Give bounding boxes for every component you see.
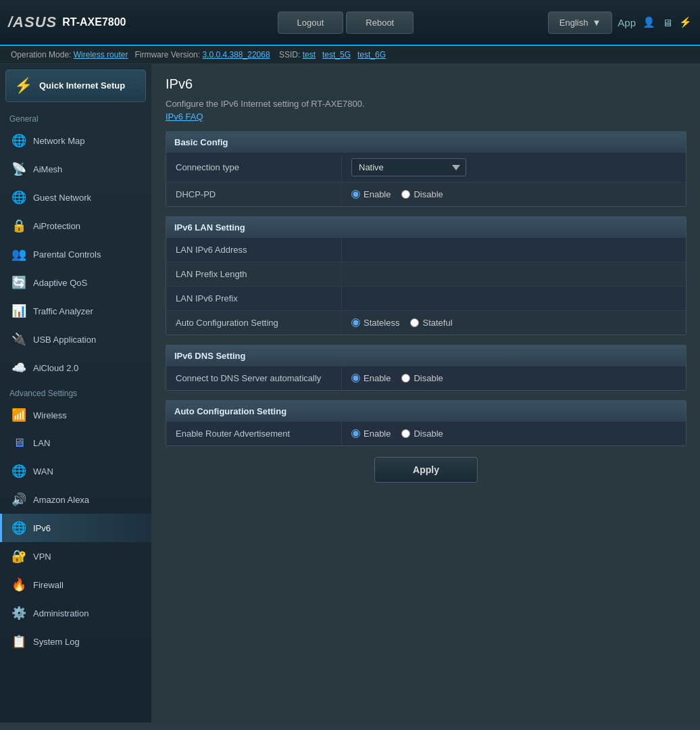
app-icon[interactable]: App: [618, 17, 636, 28]
sidebar-item-guest-network[interactable]: 🌐 Guest Network: [0, 183, 151, 212]
ipv6-icon: 🌐: [11, 520, 26, 535]
basic-config-header: Basic Config: [166, 132, 686, 153]
logo-asus: /ASUS: [8, 14, 57, 31]
stateless-radio[interactable]: [351, 318, 360, 327]
apply-row: Apply: [166, 457, 686, 483]
dns-enable-label[interactable]: Enable: [351, 373, 391, 383]
sidebar-item-system-log[interactable]: 📋 System Log: [0, 627, 151, 656]
network-map-icon: 🌐: [11, 133, 26, 148]
main-layout: ⚡ Quick Internet Setup General 🌐 Network…: [0, 64, 700, 723]
advanced-section-label: Advanced Settings: [0, 382, 151, 401]
sidebar-item-lan[interactable]: 🖥 LAN: [0, 429, 151, 457]
usb-application-icon: 🔌: [11, 332, 26, 347]
connection-type-select[interactable]: Native Passthrough Static IPv6 6in4 6to4…: [351, 158, 466, 176]
header: /ASUS RT-AXE7800 Logout Reboot English ▼…: [0, 0, 700, 46]
stateful-radio[interactable]: [410, 318, 419, 327]
sidebar-item-traffic-analyzer[interactable]: 📊 Traffic Analyzer: [0, 297, 151, 325]
stateless-text: Stateless: [364, 318, 399, 328]
operation-mode-value[interactable]: Wireless router: [74, 50, 128, 59]
sidebar-item-label: AiCloud 2.0: [33, 363, 78, 373]
guest-network-icon: 🌐: [11, 190, 26, 205]
router-advert-enable-radio[interactable]: [351, 429, 360, 438]
ssid-label: SSID:: [279, 50, 300, 59]
sidebar-item-adaptive-qos[interactable]: 🔄 Adaptive QoS: [0, 268, 151, 297]
usb-icon[interactable]: ⚡: [679, 16, 692, 28]
router-advert-disable-radio[interactable]: [401, 429, 410, 438]
sidebar-item-label: USB Application: [33, 335, 96, 345]
dns-disable-label[interactable]: Disable: [401, 373, 443, 383]
connection-type-row: Connection type Native Passthrough Stati…: [166, 153, 686, 182]
reboot-button[interactable]: Reboot: [346, 11, 414, 34]
sidebar-item-ipv6[interactable]: 🌐 IPv6: [0, 514, 151, 542]
router-advert-disable-text: Disable: [414, 429, 443, 439]
firewall-icon: 🔥: [11, 577, 26, 592]
auto-config-setting-label: Auto Configuration Setting: [166, 311, 342, 335]
sidebar-item-label: Traffic Analyzer: [33, 306, 93, 316]
stateful-label[interactable]: Stateful: [410, 318, 452, 328]
sidebar-item-aiprotection[interactable]: 🔒 AiProtection: [0, 212, 151, 240]
user-icon[interactable]: 👤: [643, 16, 655, 28]
logout-button[interactable]: Logout: [278, 11, 344, 34]
page-description: Configure the IPv6 Internet setting of R…: [166, 99, 686, 109]
lan-ipv6-prefix-value: [342, 293, 686, 304]
sidebar-item-label: Firewall: [33, 580, 64, 590]
sidebar-item-aicloud[interactable]: ☁️ AiCloud 2.0: [0, 354, 151, 382]
router-advert-disable-label[interactable]: Disable: [401, 429, 443, 439]
sidebar-item-firewall[interactable]: 🔥 Firewall: [0, 570, 151, 599]
dhcp-pd-disable-label[interactable]: Disable: [401, 189, 443, 199]
dhcp-pd-label: DHCP-PD: [166, 182, 342, 206]
sidebar-item-label: WAN: [33, 466, 53, 477]
firmware-value[interactable]: 3.0.0.4.388_22068: [202, 50, 270, 59]
ipv6-lan-section: IPv6 LAN Setting LAN IPv6 Address LAN Pr…: [166, 216, 686, 335]
dhcp-pd-enable-radio[interactable]: [351, 190, 360, 199]
dns-radio-group: Enable Disable: [351, 373, 443, 383]
lan-ipv6-prefix-row: LAN IPv6 Prefix: [166, 287, 686, 311]
auto-config-header: Auto Configuration Setting: [166, 401, 686, 422]
ssid3[interactable]: test_6G: [357, 50, 386, 59]
sidebar-item-network-map[interactable]: 🌐 Network Map: [0, 126, 151, 155]
ipv6-lan-header: IPv6 LAN Setting: [166, 217, 686, 238]
page-title: IPv6: [166, 76, 686, 92]
wan-icon: 🌐: [11, 464, 26, 479]
sidebar-item-label: Adaptive QoS: [33, 278, 87, 288]
lan-prefix-length-row: LAN Prefix Length: [166, 262, 686, 287]
language-button[interactable]: English ▼: [548, 11, 613, 34]
ssid2[interactable]: test_5G: [322, 50, 351, 59]
sidebar-item-wan[interactable]: 🌐 WAN: [0, 457, 151, 485]
sidebar-item-vpn[interactable]: 🔐 VPN: [0, 542, 151, 570]
sidebar-item-wireless[interactable]: 📶 Wireless: [0, 401, 151, 429]
amazon-alexa-icon: 🔊: [11, 492, 26, 507]
sidebar-item-administration[interactable]: ⚙️ Administration: [0, 599, 151, 627]
wireless-icon: 📶: [11, 408, 26, 422]
sidebar-item-label: Guest Network: [33, 193, 91, 203]
sidebar-item-usb-application[interactable]: 🔌 USB Application: [0, 325, 151, 354]
lan-prefix-length-label: LAN Prefix Length: [166, 262, 342, 286]
header-nav: Logout Reboot: [143, 11, 548, 34]
ssid1[interactable]: test: [303, 50, 316, 59]
quick-setup-icon: ⚡: [14, 77, 32, 95]
router-advert-enable-label[interactable]: Enable: [351, 429, 391, 439]
aiprotection-icon: 🔒: [11, 218, 26, 233]
system-log-icon: 📋: [11, 634, 26, 649]
dns-enable-radio[interactable]: [351, 374, 360, 383]
sidebar-item-parental-controls[interactable]: 👥 Parental Controls: [0, 240, 151, 268]
sidebar-item-aimesh[interactable]: 📡 AiMesh: [0, 155, 151, 183]
content-area: IPv6 Configure the IPv6 Internet setting…: [152, 64, 700, 723]
monitor-icon[interactable]: 🖥: [662, 17, 672, 28]
stateful-text: Stateful: [422, 318, 452, 328]
apply-button[interactable]: Apply: [374, 457, 478, 483]
parental-controls-icon: 👥: [11, 247, 26, 262]
faq-link[interactable]: IPv6 FAQ: [166, 112, 203, 122]
quick-internet-setup[interactable]: ⚡ Quick Internet Setup: [5, 70, 146, 102]
sidebar-item-label: Wireless: [33, 410, 67, 420]
dns-disable-radio[interactable]: [401, 374, 410, 383]
lan-prefix-length-value: [342, 269, 686, 280]
sidebar-item-amazon-alexa[interactable]: 🔊 Amazon Alexa: [0, 485, 151, 514]
quick-setup-label: Quick Internet Setup: [39, 80, 125, 92]
language-label: English: [559, 18, 589, 28]
dhcp-pd-disable-radio[interactable]: [401, 190, 410, 199]
stateless-label[interactable]: Stateless: [351, 318, 399, 328]
dhcp-pd-enable-label[interactable]: Enable: [351, 189, 391, 199]
sidebar: ⚡ Quick Internet Setup General 🌐 Network…: [0, 64, 152, 723]
header-right: English ▼ App 👤 🖥 ⚡: [548, 11, 692, 34]
